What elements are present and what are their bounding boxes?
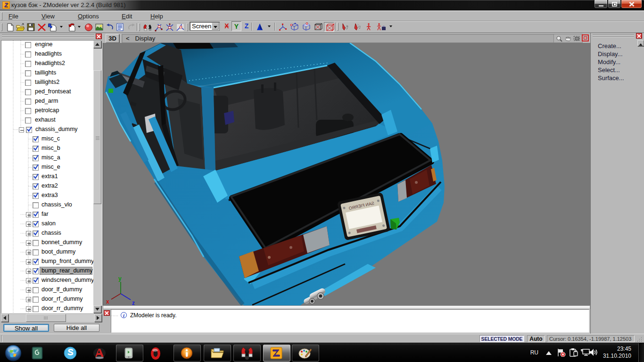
svg-text:y: y bbox=[118, 275, 122, 282]
svg-text:z: z bbox=[132, 300, 135, 305]
svg-text:x: x bbox=[106, 298, 109, 305]
